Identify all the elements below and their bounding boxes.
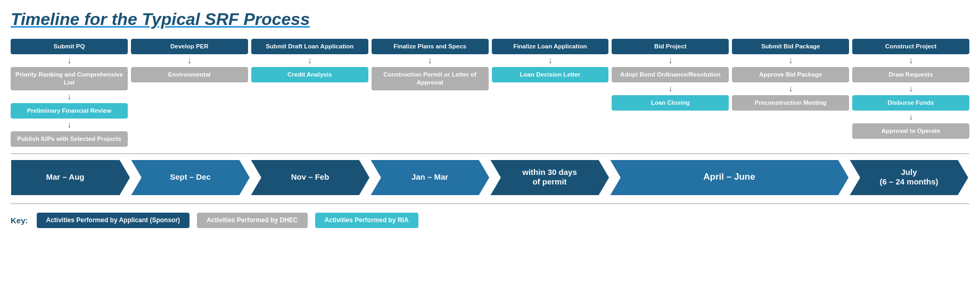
key-item: Activities Performed by Applicant (Spons… [37, 213, 190, 229]
key-item: Activities Performed by DHEC [197, 213, 307, 229]
timeline-arrow-bar: Mar – AugSept – DecNov – FebJan – Marwit… [11, 159, 969, 196]
arrow-down-icon: ↓ [187, 56, 192, 65]
column-col8: Construct Project↓Draw Requests↓Disburse… [852, 39, 969, 147]
col7-step: Approve Bid Package [732, 67, 849, 82]
col3-header: Submit Draft Loan Application [251, 39, 368, 54]
svg-text:Nov – Feb: Nov – Feb [291, 172, 330, 181]
col7-step: Preconstruction Meeting [732, 95, 849, 111]
arrow-down-icon: ↓ [67, 56, 71, 65]
col6-step: Adopt Bond Ordinance/Resolution [612, 67, 729, 82]
col2-header: Develop PER [131, 39, 248, 54]
svg-text:Mar – Aug: Mar – Aug [46, 172, 85, 181]
arrow-down-icon: ↓ [308, 56, 312, 65]
timeline-bar: Mar – AugSept – DecNov – FebJan – Marwit… [11, 159, 969, 198]
page-title: Timeline for the Typical SRF Process [11, 10, 969, 29]
arrow-down-icon: ↓ [668, 56, 672, 65]
arrow-down-icon: ↓ [67, 93, 71, 101]
separator [11, 153, 969, 154]
arrow-down-icon: ↓ [67, 121, 71, 129]
svg-text:April – June: April – June [703, 172, 755, 182]
column-col1: Submit PQ↓Priority Ranking and Comprehen… [11, 39, 128, 147]
col1-step: Preliminary Financial Review [11, 103, 128, 119]
arrow-down-icon: ↓ [788, 56, 793, 65]
col3-step: Credit Analysis [251, 67, 368, 82]
col6-header: Bid Project [612, 39, 729, 54]
svg-text:Jan – Mar: Jan – Mar [411, 172, 448, 181]
col7-header: Submit Bid Package [732, 39, 849, 54]
col6-step: Loan Closing [612, 95, 729, 111]
col2-step: Environmental [131, 67, 248, 82]
column-col6: Bid Project↓Adopt Bond Ordinance/Resolut… [612, 39, 729, 147]
col5-step: Loan Decision Letter [492, 67, 609, 82]
column-col4: Finalize Plans and Specs↓Construction Pe… [372, 39, 489, 147]
column-col7: Submit Bid Package↓Approve Bid Package↓P… [732, 39, 849, 147]
main-container: Timeline for the Typical SRF Process Sub… [0, 0, 980, 233]
key-label: Key: [11, 216, 28, 225]
column-col2: Develop PER↓Environmental [131, 39, 248, 147]
key-section: Key: Activities Performed by Applicant (… [11, 209, 969, 229]
column-col5: Finalize Loan Application↓Loan Decision … [492, 39, 609, 147]
col8-step: Draw Requests [852, 67, 969, 82]
arrow-down-icon: ↓ [909, 56, 913, 65]
col1-step: Publish IUPs with Selected Projects [11, 131, 128, 147]
key-item: Activities Performed by RIA [315, 213, 418, 229]
arrow-down-icon: ↓ [548, 56, 552, 65]
arrow-down-icon: ↓ [668, 85, 672, 93]
col8-step: Disburse Funds [852, 95, 969, 111]
arrow-down-icon: ↓ [788, 85, 793, 93]
arrow-down-icon: ↓ [909, 85, 913, 93]
svg-text:Sept – Dec: Sept – Dec [170, 172, 211, 181]
col8-header: Construct Project [852, 39, 969, 54]
col4-header: Finalize Plans and Specs [372, 39, 489, 54]
col1-header: Submit PQ [11, 39, 128, 54]
arrow-down-icon: ↓ [909, 113, 913, 121]
column-col3: Submit Draft Loan Application↓Credit Ana… [251, 39, 368, 147]
arrow-down-icon: ↓ [428, 56, 432, 65]
col4-step: Construction Permit or Letter of Approva… [372, 67, 489, 90]
col8-step: Approval to Operate [852, 123, 969, 139]
col1-step: Priority Ranking and Comprehensive List [11, 67, 128, 90]
key-items: Activities Performed by Applicant (Spons… [37, 213, 418, 229]
separator2 [11, 203, 969, 204]
timeline-grid: Submit PQ↓Priority Ranking and Comprehen… [11, 39, 969, 147]
col5-header: Finalize Loan Application [492, 39, 609, 54]
